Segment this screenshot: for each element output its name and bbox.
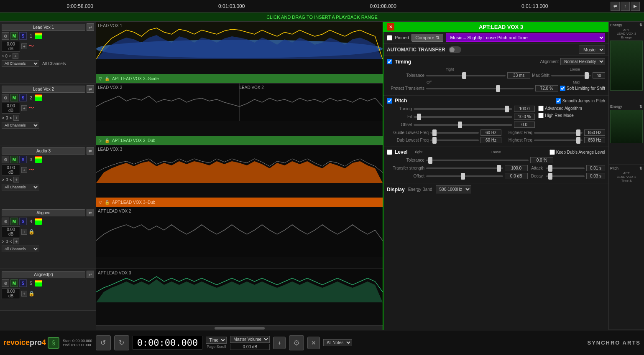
- track3-num: 3: [28, 157, 34, 162]
- track1-mute[interactable]: M: [10, 32, 18, 40]
- horizontal-scrollbar[interactable]: [96, 326, 383, 330]
- guide-low-slider[interactable]: [430, 132, 479, 134]
- protect-slider[interactable]: [426, 88, 534, 89]
- nav-right-btn[interactable]: ▶: [631, 2, 640, 11]
- track2-name[interactable]: Lead Vox 2: [2, 86, 85, 93]
- track4-name[interactable]: Aligned: [2, 209, 85, 216]
- apt-timing-checkbox[interactable]: [387, 59, 392, 64]
- track2-channels[interactable]: All Channels: [2, 122, 39, 129]
- track1-guide-bar[interactable]: ▽ 🔒 APT:LEAD VOX 3–Guide: [96, 74, 383, 83]
- protect-value: 72.0 %: [535, 85, 558, 91]
- track2-db[interactable]: 0.00 dB: [2, 103, 20, 114]
- time-select[interactable]: Time: [206, 337, 227, 344]
- all-notes-select[interactable]: All Notes: [323, 339, 352, 346]
- track3-guide-bar[interactable]: ▽ 🔒 APT:LEAD VOX 3–Dub: [96, 198, 383, 207]
- apt-pinned-checkbox[interactable]: [387, 35, 392, 41]
- settings-dial[interactable]: ⚙: [289, 335, 304, 350]
- track2-io[interactable]: ⇄: [87, 85, 94, 93]
- pitch-offset-slider[interactable]: [414, 124, 512, 126]
- master-volume-select[interactable]: Master Volume: [230, 336, 270, 343]
- attack-slider[interactable]: [546, 167, 585, 169]
- track5-gear[interactable]: ⚙: [2, 279, 9, 287]
- soft-limiting-checkbox[interactable]: [560, 86, 565, 91]
- track3-channels[interactable]: All Channels: [2, 184, 39, 190]
- track3-pan-add[interactable]: +: [13, 177, 19, 183]
- track5-mute[interactable]: M: [10, 279, 18, 287]
- track2-pan-add[interactable]: +: [13, 115, 19, 121]
- track3-mute[interactable]: M: [10, 156, 18, 163]
- track5-add[interactable]: +: [21, 291, 27, 297]
- track3-name[interactable]: Audio 3: [2, 147, 85, 155]
- track3-waveform-label: LEAD VOX 3: [98, 147, 122, 152]
- keep-dub-checkbox[interactable]: [549, 150, 555, 155]
- fit-slider[interactable]: [414, 116, 512, 118]
- track3-solo[interactable]: S: [19, 156, 27, 163]
- plus-btn-transport[interactable]: +: [273, 337, 286, 349]
- track2-mute[interactable]: M: [10, 94, 18, 101]
- track4-solo[interactable]: S: [19, 218, 27, 225]
- timing-tolerance-slider[interactable]: [426, 75, 506, 76]
- transfer-slider[interactable]: [426, 167, 503, 169]
- tuning-slider[interactable]: [414, 108, 512, 110]
- track1-channels[interactable]: All Channels: [2, 60, 39, 67]
- track4-add[interactable]: +: [21, 229, 27, 235]
- apt-preset-select[interactable]: Music – Slightly Loose Pitch and Time: [446, 33, 605, 42]
- timing-max-shift-label: Max Shift: [532, 73, 549, 78]
- track2-guide-bar[interactable]: ▷ 🔒 APT:LEAD VOX 2–Dub: [96, 136, 383, 145]
- dub-high-slider[interactable]: [534, 139, 583, 141]
- track2-solo[interactable]: S: [19, 94, 27, 101]
- track3-gear[interactable]: ⚙: [2, 156, 9, 163]
- track4-io[interactable]: ⇄: [87, 209, 94, 216]
- track1-pan-add[interactable]: +: [13, 53, 18, 59]
- track4-mute[interactable]: M: [10, 218, 18, 225]
- smooth-jumps-checkbox[interactable]: [556, 98, 561, 104]
- high-res-checkbox[interactable]: [538, 113, 544, 118]
- scrollbar-thumb[interactable]: [215, 327, 265, 330]
- nav-up-btn[interactable]: ↑: [621, 2, 630, 11]
- level-offset-slider[interactable]: [426, 175, 503, 177]
- track2-add[interactable]: +: [21, 105, 27, 111]
- apt-compare-btn[interactable]: Compare ⇅: [411, 34, 443, 42]
- guide-high-slider[interactable]: [534, 132, 583, 134]
- track3-add[interactable]: +: [21, 167, 27, 173]
- transport-back-btn[interactable]: ↺: [96, 335, 111, 350]
- apt-music-select[interactable]: Music: [579, 46, 605, 54]
- track1-io[interactable]: ⇄: [87, 23, 94, 31]
- track3-io[interactable]: ⇄: [87, 147, 94, 155]
- timing-max-slider[interactable]: [551, 75, 591, 76]
- apt-close-btn[interactable]: ✕: [387, 23, 394, 30]
- track1-db[interactable]: 0.00 dB: [2, 41, 20, 52]
- playback-hint-bar[interactable]: CLICK AND DRAG TO INSERT A PLAYBACK RANG…: [0, 13, 644, 22]
- track4-channels[interactable]: All Channels: [2, 246, 39, 252]
- apt-alignment-select[interactable]: Normal Flexibility: [560, 58, 605, 65]
- track1-gear[interactable]: ⚙: [2, 32, 9, 40]
- track4-pan-add[interactable]: +: [13, 238, 19, 244]
- track5-name[interactable]: Aligned(2): [2, 271, 85, 278]
- apt-pitch-checkbox[interactable]: [387, 98, 392, 104]
- nav-left-btn[interactable]: ⇄: [611, 2, 620, 11]
- energy-panel-2: Energy ⇅: [609, 103, 644, 165]
- energy-band-select[interactable]: 500-1000Hz: [436, 185, 471, 193]
- level-tolerance-slider[interactable]: [426, 160, 529, 161]
- apt-panel-header: ✕ APT:LEAD VOX 3: [383, 22, 608, 32]
- track1-add[interactable]: +: [21, 43, 27, 49]
- track5-solo[interactable]: S: [19, 279, 27, 287]
- track1-name[interactable]: Lead Vox 1: [2, 24, 85, 31]
- track3-db[interactable]: 0.00 dB: [2, 165, 20, 175]
- energy2-visual: [610, 110, 643, 143]
- dub-low-slider[interactable]: [430, 139, 479, 141]
- transport-fwd-btn[interactable]: ↻: [114, 335, 129, 350]
- track4-db[interactable]: 0.00 dB: [2, 226, 20, 237]
- x-btn-transport[interactable]: ✕: [307, 337, 320, 349]
- apt-auto-toggle[interactable]: [449, 46, 461, 53]
- track4-gear[interactable]: ⚙: [2, 218, 9, 225]
- apt-level-checkbox[interactable]: [387, 150, 392, 155]
- track2-gear[interactable]: ⚙: [2, 94, 9, 101]
- advanced-algo-checkbox[interactable]: [538, 106, 544, 111]
- track1-solo[interactable]: S: [19, 32, 27, 40]
- synchro-arts-logo: SYNCHRO ARTS: [587, 340, 641, 346]
- decay-slider[interactable]: [546, 175, 585, 177]
- dub-high-label: Highest Freq: [503, 138, 532, 142]
- track5-io[interactable]: ⇄: [87, 271, 94, 278]
- track5-db[interactable]: 0.00 dB: [2, 288, 20, 299]
